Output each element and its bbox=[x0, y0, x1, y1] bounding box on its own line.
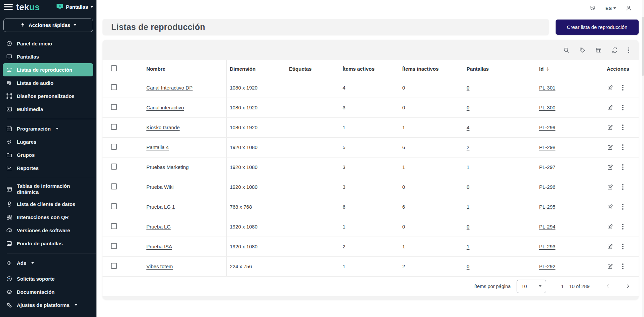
row-menu-button[interactable] bbox=[621, 104, 624, 111]
playlist-id-link[interactable]: PL-292 bbox=[539, 263, 555, 269]
playlist-id-link[interactable]: PL-299 bbox=[539, 125, 555, 130]
edit-button[interactable] bbox=[607, 223, 613, 230]
refresh-button[interactable] bbox=[611, 47, 618, 54]
row-menu-button[interactable] bbox=[621, 84, 624, 91]
sidebar-item-lista-cliente-datos[interactable]: Lista de cliente de datos bbox=[3, 198, 93, 211]
sidebar-item-pantallas[interactable]: Pantallas bbox=[3, 50, 93, 63]
row-menu-button[interactable] bbox=[621, 243, 624, 250]
row-checkbox[interactable] bbox=[111, 144, 117, 150]
next-page-button[interactable] bbox=[625, 283, 631, 289]
row-menu-button[interactable] bbox=[621, 183, 624, 190]
screens-count-link[interactable]: 0 bbox=[467, 184, 469, 190]
screens-count-link[interactable]: 0 bbox=[467, 105, 469, 110]
context-selector[interactable]: K Pantallas bbox=[56, 3, 93, 11]
row-checkbox[interactable] bbox=[111, 164, 117, 170]
edit-button[interactable] bbox=[607, 204, 613, 210]
column-header-pantallas[interactable]: Pantallas bbox=[463, 60, 536, 78]
playlist-name-link[interactable]: Prueba ISA bbox=[146, 244, 172, 249]
search-button[interactable] bbox=[563, 47, 570, 54]
edit-button[interactable] bbox=[607, 263, 613, 270]
column-header-items-inactivos[interactable]: Ítems inactivos bbox=[399, 60, 464, 78]
sidebar-item-reportes[interactable]: Reportes bbox=[3, 162, 93, 175]
columns-button[interactable] bbox=[595, 47, 602, 54]
sidebar-item-panel-de-inicio[interactable]: Panel de inicio bbox=[3, 37, 93, 50]
playlist-name-link[interactable]: Vibes totem bbox=[146, 263, 173, 269]
column-header-etiquetas[interactable]: Etiquetas bbox=[286, 60, 339, 78]
sidebar-item-grupos[interactable]: Grupos bbox=[3, 148, 93, 162]
screens-count-link[interactable]: 4 bbox=[467, 125, 469, 130]
sidebar-item-versiones-software[interactable]: Versiones de software bbox=[3, 224, 93, 237]
row-checkbox[interactable] bbox=[111, 203, 117, 209]
table-menu-button[interactable] bbox=[628, 47, 630, 54]
screens-count-link[interactable]: 0 bbox=[467, 85, 469, 91]
sidebar-item-disenos-personalizados[interactable]: Diseños personalizados bbox=[3, 90, 93, 103]
sidebar-item-solicita-soporte[interactable]: ? Solicita soporte bbox=[3, 272, 93, 285]
screens-count-link[interactable]: 2 bbox=[467, 144, 469, 150]
row-menu-button[interactable] bbox=[621, 164, 624, 170]
playlist-id-link[interactable]: PL-298 bbox=[539, 144, 555, 150]
playlist-id-link[interactable]: PL-293 bbox=[539, 244, 555, 249]
sidebar-item-ajustes-plataforma[interactable]: Ajustes de plataforma bbox=[3, 298, 93, 312]
edit-button[interactable] bbox=[607, 243, 613, 250]
sidebar-item-programacion[interactable]: Programación bbox=[3, 122, 93, 135]
edit-button[interactable] bbox=[607, 144, 613, 151]
playlist-name-link[interactable]: Pruebas Marketing bbox=[146, 164, 189, 170]
row-checkbox[interactable] bbox=[111, 124, 117, 130]
edit-button[interactable] bbox=[607, 84, 613, 91]
row-checkbox[interactable] bbox=[111, 243, 117, 249]
row-menu-button[interactable] bbox=[621, 223, 624, 230]
scrollbar-thumb[interactable] bbox=[642, 17, 644, 76]
column-header-nombre[interactable]: Nombre bbox=[143, 60, 226, 78]
row-menu-button[interactable] bbox=[621, 263, 624, 270]
row-menu-button[interactable] bbox=[621, 144, 624, 150]
sidebar-item-lugares[interactable]: Lugares bbox=[3, 135, 93, 148]
row-checkbox[interactable] bbox=[111, 263, 117, 269]
screens-count-link[interactable]: 0 bbox=[467, 263, 469, 269]
column-header-dimension[interactable]: Dimensión bbox=[226, 60, 286, 78]
previous-page-button[interactable] bbox=[605, 283, 611, 289]
select-all-checkbox[interactable] bbox=[111, 65, 117, 71]
row-checkbox[interactable] bbox=[111, 183, 117, 189]
playlist-id-link[interactable]: PL-294 bbox=[539, 224, 555, 230]
column-header-id[interactable]: Id↓ bbox=[536, 60, 603, 78]
playlist-id-link[interactable]: PL-301 bbox=[539, 85, 555, 91]
screens-count-link[interactable]: 1 bbox=[467, 244, 469, 249]
edit-button[interactable] bbox=[607, 184, 613, 190]
language-selector[interactable]: ES bbox=[605, 6, 616, 11]
sidebar-item-tablas-informacion-dinamica[interactable]: Tablas de información dinámica bbox=[3, 181, 93, 198]
playlist-name-link[interactable]: Canal Interactivo DP bbox=[146, 85, 193, 91]
row-checkbox[interactable] bbox=[111, 223, 117, 229]
user-menu-button[interactable] bbox=[626, 5, 632, 12]
sidebar-item-documentacion[interactable]: Documentación bbox=[3, 285, 93, 298]
sidebar-item-multimedia[interactable]: Multimedia bbox=[3, 103, 93, 116]
row-menu-button[interactable] bbox=[621, 124, 624, 131]
row-checkbox[interactable] bbox=[111, 84, 117, 90]
quick-actions-button[interactable]: Acciones rápidas bbox=[3, 19, 93, 32]
screens-count-link[interactable]: 1 bbox=[467, 164, 469, 170]
edit-button[interactable] bbox=[607, 164, 613, 171]
page-scrollbar[interactable] bbox=[642, 0, 644, 317]
sidebar-item-listas-de-audio[interactable]: Listas de audio bbox=[3, 76, 93, 90]
playlist-id-link[interactable]: PL-295 bbox=[539, 204, 555, 210]
edit-button[interactable] bbox=[607, 124, 613, 131]
edit-button[interactable] bbox=[607, 104, 613, 111]
screens-count-link[interactable]: 0 bbox=[467, 224, 469, 230]
playlist-name-link[interactable]: Prueba Wiki bbox=[146, 184, 173, 190]
column-header-items-activos[interactable]: Ítems activos bbox=[339, 60, 399, 78]
history-button[interactable] bbox=[590, 5, 596, 12]
playlist-id-link[interactable]: PL-296 bbox=[539, 184, 555, 190]
playlist-name-link[interactable]: Canal interactivo bbox=[146, 105, 184, 110]
playlist-name-link[interactable]: Kiosko Grande bbox=[146, 125, 179, 130]
sidebar-item-interacciones-qr[interactable]: Interacciones con QR bbox=[3, 211, 93, 224]
playlist-name-link[interactable]: Prueba LG bbox=[146, 224, 171, 230]
tags-filter-button[interactable] bbox=[579, 47, 586, 54]
page-size-select[interactable]: 10 bbox=[517, 280, 546, 293]
create-playlist-button[interactable]: Crear lista de reproducción bbox=[556, 20, 639, 35]
playlist-name-link[interactable]: Prueba LG 1 bbox=[146, 204, 175, 210]
playlist-id-link[interactable]: PL-297 bbox=[539, 164, 555, 170]
row-checkbox[interactable] bbox=[111, 104, 117, 110]
sidebar-item-fondo-pantallas[interactable]: Fondo de pantallas bbox=[3, 237, 93, 250]
sidebar-item-ads[interactable]: Ads bbox=[3, 256, 93, 270]
sidebar-item-listas-de-reproduccion[interactable]: Listas de reproducción bbox=[3, 63, 93, 76]
hamburger-menu-icon[interactable] bbox=[4, 4, 13, 10]
